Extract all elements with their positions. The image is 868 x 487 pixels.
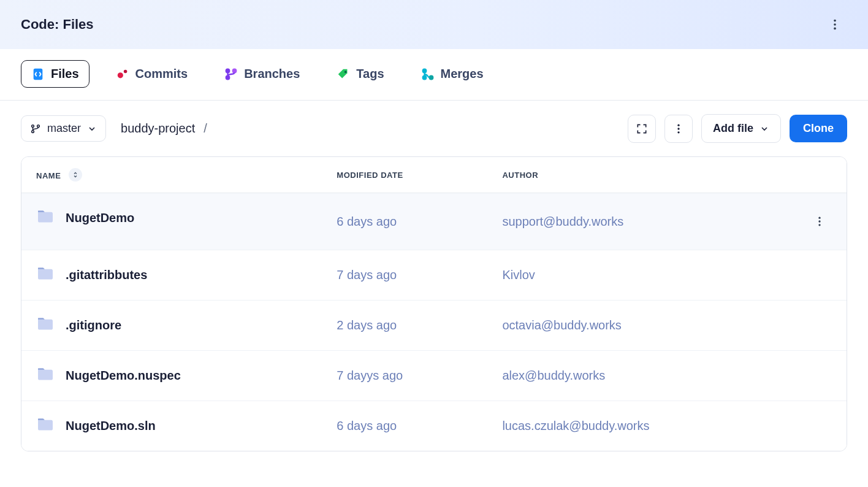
tab-tags[interactable]: Tags bbox=[326, 60, 394, 88]
branch-label: master bbox=[47, 122, 81, 135]
fullscreen-icon bbox=[636, 123, 648, 135]
branch-selector[interactable]: master bbox=[21, 115, 106, 142]
code-tabs: Files Commits Branches Tags Merges bbox=[0, 49, 868, 101]
file-modified: 7 days ago bbox=[322, 250, 487, 301]
tab-branches[interactable]: Branches bbox=[214, 60, 310, 88]
folder-icon bbox=[36, 367, 55, 385]
file-name: NugetDemo bbox=[66, 211, 134, 225]
svg-point-7 bbox=[233, 69, 237, 72]
svg-point-21 bbox=[818, 224, 820, 226]
more-vertical-icon bbox=[813, 215, 826, 228]
svg-point-0 bbox=[834, 20, 836, 22]
file-modified: 6 days ago bbox=[322, 193, 487, 250]
page-title: Code: Files bbox=[21, 17, 94, 33]
svg-point-2 bbox=[834, 28, 836, 30]
table-row[interactable]: .gitignore 2 days ago octavia@buddy.work… bbox=[21, 301, 847, 351]
svg-point-19 bbox=[818, 217, 820, 219]
folder-icon bbox=[36, 417, 55, 435]
sort-indicator[interactable] bbox=[69, 168, 82, 182]
tags-icon bbox=[337, 67, 350, 81]
clone-label: Clone bbox=[803, 122, 834, 134]
svg-point-20 bbox=[818, 220, 820, 222]
breadcrumb-sep: / bbox=[204, 121, 207, 136]
tab-files-label: Files bbox=[51, 67, 79, 81]
svg-point-14 bbox=[37, 125, 40, 127]
toolbar-more-button[interactable] bbox=[664, 115, 693, 143]
file-name: NugetDemo.sln bbox=[66, 419, 156, 433]
svg-point-13 bbox=[32, 125, 34, 127]
add-file-label: Add file bbox=[713, 122, 753, 135]
svg-point-17 bbox=[677, 128, 679, 129]
svg-point-4 bbox=[117, 72, 123, 78]
svg-point-9 bbox=[345, 71, 347, 73]
page-header: Code: Files bbox=[0, 0, 868, 49]
svg-point-1 bbox=[834, 23, 836, 26]
folder-icon bbox=[36, 209, 55, 227]
commits-icon bbox=[116, 67, 129, 81]
svg-point-6 bbox=[226, 69, 230, 72]
file-modified: 2 days ago bbox=[322, 301, 487, 351]
files-toolbar: master buddy-project / Add file Clone bbox=[0, 101, 868, 143]
svg-point-10 bbox=[422, 69, 426, 72]
file-icon bbox=[31, 67, 45, 81]
clone-button[interactable]: Clone bbox=[790, 115, 847, 142]
svg-point-5 bbox=[123, 69, 127, 73]
file-author: lucas.czulak@buddy.works bbox=[487, 401, 793, 451]
branch-icon bbox=[30, 123, 41, 134]
merges-icon bbox=[421, 67, 435, 81]
more-vertical-icon bbox=[672, 123, 685, 135]
table-row[interactable]: .gitattribbutes 7 days ago Kivlov bbox=[21, 250, 847, 301]
add-file-button[interactable]: Add file bbox=[701, 114, 781, 143]
col-name-label: NAME bbox=[36, 171, 61, 180]
row-more-button[interactable] bbox=[807, 209, 832, 234]
file-author: alex@buddy.works bbox=[487, 351, 793, 401]
chevron-down-icon bbox=[87, 124, 97, 134]
file-name: .gitattribbutes bbox=[66, 268, 147, 282]
svg-point-16 bbox=[677, 124, 679, 126]
svg-point-11 bbox=[429, 75, 433, 79]
chevron-down-icon bbox=[760, 124, 769, 134]
col-modified[interactable]: MODIFIED DATE bbox=[322, 157, 487, 193]
tab-files[interactable]: Files bbox=[21, 60, 89, 88]
tab-tags-label: Tags bbox=[356, 67, 384, 81]
folder-icon bbox=[36, 316, 55, 334]
file-modified: 6 days ago bbox=[322, 401, 487, 451]
file-name: NugetDemo.nuspec bbox=[66, 369, 181, 383]
tab-commits-label: Commits bbox=[135, 67, 188, 81]
breadcrumb-root[interactable]: buddy-project bbox=[121, 121, 195, 136]
tab-branches-label: Branches bbox=[244, 67, 300, 81]
svg-point-8 bbox=[226, 75, 230, 79]
file-modified: 7 dayys ago bbox=[322, 351, 487, 401]
svg-point-15 bbox=[32, 130, 34, 132]
tab-merges-label: Merges bbox=[441, 67, 484, 81]
tab-commits[interactable]: Commits bbox=[105, 60, 199, 88]
breadcrumb: buddy-project / bbox=[121, 121, 207, 136]
table-row[interactable]: NugetDemo.sln 6 days ago lucas.czulak@bu… bbox=[21, 401, 847, 451]
col-name[interactable]: NAME bbox=[21, 157, 322, 193]
tab-merges[interactable]: Merges bbox=[411, 60, 494, 88]
table-row[interactable]: NugetDemo.nuspec 7 dayys ago alex@buddy.… bbox=[21, 351, 847, 401]
table-row[interactable]: NugetDemo 6 days ago support@buddy.works bbox=[21, 193, 847, 250]
col-modified-label: MODIFIED DATE bbox=[337, 171, 403, 180]
col-author[interactable]: AUTHOR bbox=[487, 157, 793, 193]
sort-icon bbox=[72, 171, 79, 178]
files-table: NAME MODIFIED DATE AUTHOR NugetDemo 6 da… bbox=[21, 156, 847, 451]
svg-point-18 bbox=[677, 131, 679, 133]
header-more-button[interactable] bbox=[823, 12, 847, 37]
file-name: .gitignore bbox=[66, 318, 121, 332]
file-author: Kivlov bbox=[487, 250, 793, 301]
svg-point-12 bbox=[422, 75, 426, 79]
col-author-label: AUTHOR bbox=[502, 171, 538, 180]
file-author: octavia@buddy.works bbox=[487, 301, 793, 351]
branches-icon bbox=[224, 67, 238, 81]
file-author: support@buddy.works bbox=[487, 193, 793, 250]
fullscreen-button[interactable] bbox=[628, 115, 656, 143]
folder-icon bbox=[36, 266, 55, 284]
more-vertical-icon bbox=[828, 18, 842, 31]
